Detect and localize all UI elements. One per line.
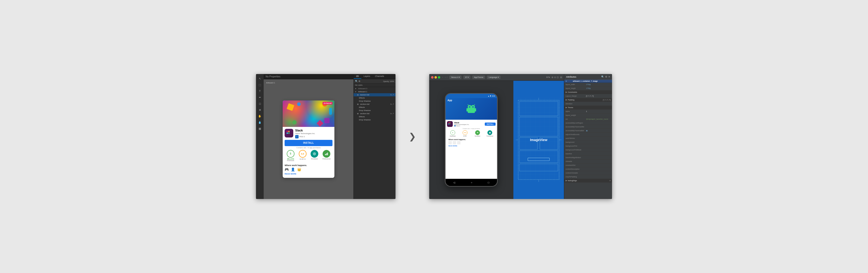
canvas-area[interactable]: Artboard 1 [264, 79, 353, 199]
svg-rect-16 [470, 110, 471, 113]
svg-rect-8 [327, 152, 328, 155]
eyedropper-tool-icon[interactable]: 💧 [257, 120, 262, 125]
attr-content-desc-key: contentDescription [566, 168, 586, 170]
tab-layers[interactable]: Layers [361, 74, 373, 79]
hand-tool-icon[interactable]: ✋ [257, 113, 262, 119]
tab-2d[interactable]: 2D [354, 74, 361, 79]
api-selector[interactable]: 37 ▾ [463, 75, 470, 79]
attr-src-row: src @mipmap/ic_launcher_round [564, 117, 612, 121]
search-icon-panel[interactable]: 🔍 [355, 80, 358, 82]
padding-toggle[interactable]: ▶ [566, 99, 567, 101]
stat-simulation-icon [311, 150, 318, 158]
blueprint-panel: ImageView [514, 81, 564, 199]
move-tool-icon[interactable]: ↖ [257, 76, 262, 81]
attr-adjustbounds-key: adjustViewBounds [566, 134, 586, 135]
svg-rect-1 [288, 132, 290, 134]
phone-app-logo [447, 121, 453, 127]
svg-point-13 [472, 106, 474, 108]
svg-rect-15 [475, 108, 476, 111]
zoom-controls[interactable]: ⊕ ⊖ ⊡ [551, 76, 559, 78]
arrow-container: ❯ [405, 132, 420, 141]
layer-banner-effects[interactable]: Effects [354, 96, 396, 100]
layer-section1-shadow[interactable]: Drop Shadow [354, 109, 396, 112]
eye-icon-banner: ◉ [357, 94, 360, 96]
recent-btn[interactable]: □ [488, 181, 489, 184]
constraints-label: Constraints [568, 91, 577, 93]
section2-label: section-full [360, 112, 369, 115]
attr-layout-height-val[interactable]: 1756p [586, 88, 611, 89]
layer-section2-full[interactable]: ◉ section-full fx ↗ [354, 112, 396, 115]
tool-sidebar: ↖ ⬚ T ✒ ◻ ⊕ ✋ 💧 ▦ [256, 74, 264, 199]
constraints-toggle[interactable]: ▶ [566, 91, 567, 93]
attr-alpha-val[interactable]: 1 [586, 110, 611, 112]
layer-banner-shadow[interactable]: Drop Shadow [354, 100, 396, 103]
minimize-dot[interactable] [434, 76, 437, 78]
pegi-text: PEGI 3 [299, 136, 305, 137]
phone-work-icon-1 [448, 141, 452, 144]
select-tool-icon[interactable]: ⬚ [257, 82, 262, 88]
pen-tool-icon[interactable]: ✒ [257, 95, 262, 100]
zoom-tool-icon[interactable]: ⊕ [257, 107, 262, 112]
attributes-panel: Attributes 🔍 ⚙ ✕ id artboard_1_container… [564, 74, 612, 199]
attr-traversal2-val: ▣ [586, 130, 611, 132]
layer-section2-effects[interactable]: Effects [354, 115, 396, 118]
stat-rating: 4.4 42,487 ★ [297, 150, 309, 161]
attr-background-row: background [564, 140, 612, 144]
close-attr-icon[interactable]: ✕ [608, 75, 610, 78]
stat-rating-label: 42,487 ★ [300, 158, 306, 160]
gradient-tool-icon[interactable]: ▦ [257, 126, 262, 131]
stat-downloads-label: Downloads [287, 160, 294, 161]
attr-background-textmode-row: backgroundTintMode [564, 148, 612, 152]
layer-section1-effects[interactable]: Effects [354, 106, 396, 109]
back-btn[interactable]: ◁ [453, 181, 455, 184]
stat-downloads: 5 MILLION Downloads [285, 150, 297, 161]
attr-baseline-key: baseline [566, 153, 586, 155]
app-name: Slack [295, 129, 333, 132]
as-main: ← → ↑ Nexus 4 ▾ 37 ▾ AppTheme Language ▾… [429, 74, 564, 199]
svg-rect-23 [450, 122, 451, 123]
filter-attr-icon[interactable]: ⚙ [605, 75, 607, 78]
phone-stat-3: 👁 Simulation [472, 130, 483, 137]
layer-artboard1[interactable]: ● Artboard 1 [354, 90, 396, 93]
attr-baseline-align-row: baselineAlignBottom [564, 156, 612, 160]
layer-artboard3[interactable]: ● Artboard 3 [354, 87, 396, 90]
language-selector[interactable]: Language ▾ [487, 75, 500, 79]
phone-read-more[interactable]: READ MORE [448, 145, 494, 146]
panel-toggle[interactable]: ⊞ [560, 76, 562, 78]
theme-selector[interactable]: AppTheme [472, 75, 485, 79]
device-selector[interactable]: Nexus 4 ▾ [450, 75, 461, 79]
shadow-label-banner: Drop Shadow [359, 100, 371, 102]
work-section: Where work happens. 🎮 👤 👑 READ MORE [285, 163, 333, 176]
shadow-label-section2: Drop Shadow [359, 119, 371, 121]
close-dot[interactable] [431, 76, 434, 78]
phone-install-button[interactable]: INSTALL [485, 123, 496, 126]
phone-pegi-text: PEGI 3 [456, 125, 460, 127]
layer-banner-full[interactable]: ◉ banner-full fx ↗ [354, 93, 396, 96]
attr-id-value[interactable]: artboard_1_container_7_image [573, 80, 611, 82]
filter-icon[interactable]: ⚙ [359, 80, 361, 82]
stat-downloads-circle: 5 [287, 150, 294, 158]
attr-layout-width-val[interactable]: 275dp [586, 83, 611, 85]
attr-layout-margin-val[interactable]: [7, 7, 7, 7] [586, 95, 611, 97]
theme-toggle[interactable]: ▶ [566, 106, 567, 109]
maximize-dot[interactable] [438, 76, 440, 78]
svg-line-18 [468, 104, 469, 105]
attr-accessibility-key: accessibilityLiveRegion [566, 122, 586, 124]
attr-src-val[interactable]: @mipmap/ic_launcher_round [586, 118, 611, 120]
install-button[interactable]: INSTALL [285, 140, 333, 146]
phone-pegi-badge: 3 [454, 125, 456, 127]
home-btn[interactable]: ○ [471, 181, 472, 184]
layer-section2-shadow[interactable]: Drop Shadow [354, 118, 396, 122]
svg-point-5 [314, 153, 315, 154]
layer-section1-full[interactable]: ◉ section-full fx ↗ [354, 103, 396, 106]
tab-channels[interactable]: Channels [373, 74, 386, 79]
shape-tool-icon[interactable]: ◻ [257, 101, 262, 106]
crown-icon: 👑 [297, 168, 302, 172]
phone-stat-3-circle: 👁 [475, 130, 480, 135]
text-tool-icon[interactable]: T [257, 89, 262, 94]
eye-icon-artboard1: ● [355, 91, 358, 93]
phone-stat-2-circle: 4.4 [463, 130, 467, 135]
search-attr-icon[interactable]: 🔍 [601, 75, 604, 78]
fading-toggle[interactable]: ▶ [566, 179, 567, 182]
read-more-link[interactable]: READ MORE [285, 173, 333, 175]
